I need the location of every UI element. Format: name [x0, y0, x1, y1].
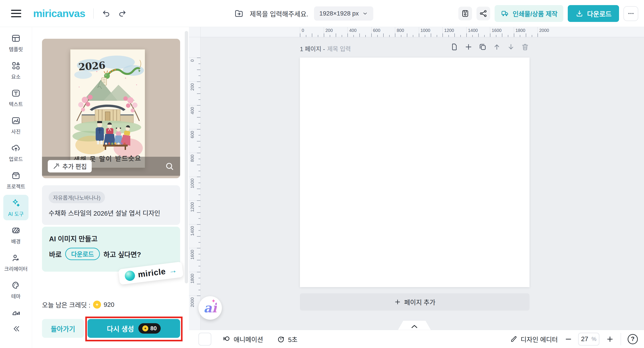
page-toolbar	[450, 43, 530, 51]
zoom-in-button[interactable]	[606, 335, 614, 343]
sidebar-item-elements[interactable]: 요소	[3, 58, 28, 83]
collapse-sidebar-button[interactable]	[11, 324, 21, 334]
page-title-input[interactable]: 제목 입력	[327, 44, 351, 53]
ruler-tick	[198, 278, 200, 278]
sidebar-item-chart[interactable]	[3, 305, 28, 318]
generation-actions: 돌아가기 다시 생성 80	[42, 319, 180, 338]
ruler-label: 1800	[516, 28, 526, 33]
ruler-label: 200	[190, 83, 195, 91]
ruler-tick	[437, 35, 437, 37]
main-menu-button[interactable]	[11, 10, 21, 17]
ruler-tick	[198, 195, 200, 195]
sidebar-item-creator[interactable]: 크리에이터	[3, 250, 28, 275]
help-button[interactable]: ?	[628, 334, 638, 344]
ruler-label: 2000	[539, 28, 549, 33]
brush-icon	[510, 335, 518, 343]
ruler-tick	[383, 34, 384, 37]
canvas-size-dropdown[interactable]: 1928×1928 px	[314, 7, 373, 21]
sidebar-item-label: 요소	[11, 73, 20, 80]
page-header: 1 페이지 - 제목 입력	[300, 44, 351, 53]
ruler-tick	[198, 123, 200, 123]
back-button[interactable]: 돌아가기	[42, 319, 84, 338]
ruler-tick	[197, 58, 200, 58]
add-page-button[interactable]: 페이지 추가	[300, 293, 530, 311]
sidebar-item-label: 크리에이터	[4, 265, 28, 272]
ruler-vertical: 0200400600800100012001400160018002000	[189, 37, 201, 330]
animation-button[interactable]: 애니메이션	[222, 334, 263, 344]
magnifier-icon	[165, 161, 174, 171]
blank-page-icon	[450, 43, 458, 51]
ruler-label: 600	[190, 131, 195, 138]
sidebar-item-ai-tools[interactable]: AI 도구	[3, 195, 28, 220]
sidebar-item-text[interactable]: 텍스트	[3, 85, 28, 110]
share-button[interactable]	[476, 7, 490, 20]
save-button[interactable]	[458, 7, 472, 20]
sidebar-item-background[interactable]: 배경	[3, 222, 28, 248]
ruler-tick	[197, 200, 200, 201]
duration-button[interactable]: 5초	[277, 334, 298, 344]
move-page-down-button[interactable]	[506, 43, 516, 51]
ruler-label: 200	[326, 28, 333, 33]
sparkle-icon: ✦	[211, 298, 216, 304]
ruler-tick	[448, 35, 449, 37]
upload-icon	[11, 143, 21, 153]
collapse-chevrons-icon	[11, 324, 21, 334]
page-thumbnail[interactable]	[198, 333, 211, 345]
creator-icon	[11, 253, 21, 263]
ruler-tick	[198, 64, 200, 64]
page-number-label: 1 페이지 -	[300, 44, 325, 53]
ruler-tick	[197, 93, 200, 94]
sidebar-item-label: AI 도구	[8, 210, 24, 217]
miricle-brand: miricle	[138, 267, 166, 279]
text-icon	[11, 88, 21, 98]
zoom-value: 27	[581, 335, 588, 343]
plus-icon	[606, 335, 614, 343]
generated-image[interactable]: 2026	[70, 49, 145, 168]
editor-mode-button[interactable]: 디자인 에디터	[510, 334, 558, 344]
minus-icon	[564, 335, 572, 343]
ruler-tick	[198, 254, 200, 254]
ruler-tick	[365, 35, 366, 37]
print-product-button[interactable]: 인쇄물/상품 제작	[494, 5, 563, 22]
sidebar-item-photos[interactable]: 사진	[3, 112, 28, 138]
sidebar-item-label: 사진	[11, 127, 20, 135]
ruler-tick	[413, 35, 413, 37]
undo-button[interactable]	[102, 9, 111, 18]
zoom-level-input[interactable]: 27 %	[578, 333, 599, 345]
preview-zoom-button[interactable]	[165, 161, 174, 171]
zoom-out-button[interactable]	[564, 335, 572, 343]
truck-icon	[500, 9, 510, 18]
duplicate-page-button[interactable]	[478, 43, 487, 51]
delete-page-button[interactable]	[521, 43, 530, 51]
duration-label: 5초	[288, 334, 298, 344]
sidebar-item-projects[interactable]: 프로젝트	[3, 167, 28, 193]
design-page[interactable]	[300, 58, 530, 287]
credits-label: 오늘 남은 크레딧 :	[42, 300, 90, 309]
download-icon	[575, 9, 584, 18]
sidebar-item-theme[interactable]: 테마	[3, 277, 28, 303]
redo-button[interactable]	[118, 9, 127, 18]
timeline-expand-tab[interactable]	[398, 321, 431, 330]
ruler-tick	[197, 224, 200, 225]
add-page-icon-button[interactable]	[464, 43, 473, 51]
regenerate-button[interactable]: 다시 생성 80	[88, 319, 180, 338]
sidebar-item-templates[interactable]: 템플릿	[3, 30, 28, 56]
ruler-tick	[532, 35, 532, 37]
more-options-button[interactable]	[624, 6, 638, 21]
arrow-up-icon	[492, 43, 501, 51]
miricle-badge[interactable]: miricle →	[118, 262, 184, 285]
document-title-input[interactable]: 제목을 입력해주세요.	[250, 9, 308, 18]
ai-assistant-fab[interactable]: ai ✦	[198, 296, 222, 320]
move-to-folder-button[interactable]	[234, 9, 244, 19]
new-page-button[interactable]	[450, 43, 459, 51]
sidebar-item-uploads[interactable]: 업로드	[3, 140, 28, 165]
download-button[interactable]: 다운로드	[568, 5, 619, 22]
more-dots-icon	[627, 10, 635, 18]
folder-move-icon	[234, 9, 244, 19]
panel-scrollbar[interactable]	[185, 31, 188, 283]
edit-more-button[interactable]: 추가 편집	[48, 160, 92, 172]
app-logo[interactable]: miricanvas	[33, 7, 85, 20]
ruler-tick	[197, 177, 200, 177]
move-page-up-button[interactable]	[492, 43, 501, 51]
ruler-tick	[490, 34, 490, 37]
